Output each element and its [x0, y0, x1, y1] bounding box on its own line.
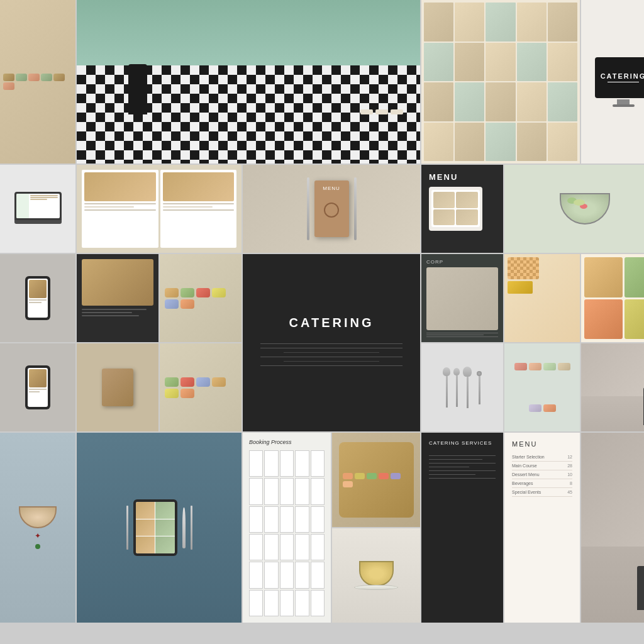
booking-title: Booking Process — [249, 439, 325, 445]
menu-item-4: Beverages 8 — [512, 479, 572, 488]
catering-monitor-cell: CATERING — [581, 0, 644, 164]
menu-dark-title: MENU — [429, 172, 458, 182]
menu-item-3: Dessert Menu 10 — [512, 470, 572, 479]
food-top-left-cell — [0, 0, 75, 164]
dark-tablet-title: CORP — [426, 259, 498, 265]
tablet-catering-cell — [77, 433, 242, 623]
street-photo-cell — [581, 343, 644, 431]
food-platter-cell — [332, 433, 420, 527]
food-spread-cell — [160, 343, 242, 431]
menu-dark-cell: MENU — [421, 165, 503, 253]
catering-services-cell: CATERING SERVICES — [421, 433, 503, 623]
menu-kraft-cell: MENU — [243, 165, 420, 253]
menu-item-2: Main Course 28 — [512, 462, 572, 470]
collage-wall-cell — [421, 0, 580, 164]
booking-grid — [249, 450, 325, 616]
monitor-base — [613, 104, 635, 107]
menu-item-5: Special Events 45 — [512, 488, 572, 497]
tablet-device — [133, 499, 177, 556]
event-hall-cell — [77, 0, 420, 164]
herb-icon — [35, 544, 40, 549]
tea-cup-cell — [332, 528, 420, 623]
fork-icon — [126, 506, 128, 550]
street-bottom-cell — [581, 433, 644, 623]
laptop-web-cell — [0, 165, 75, 253]
catering-center-title: CATERING — [289, 316, 374, 330]
menu-kraft-label: MENU — [323, 186, 340, 191]
tablet-food-left-cell — [0, 254, 75, 342]
spice-star-icon: ✦ — [35, 531, 41, 541]
bowl-icon — [19, 506, 57, 528]
tea-cup-icon — [359, 561, 394, 586]
monitor-line — [608, 82, 639, 82]
monitor-title: CATERING — [601, 72, 644, 80]
spoon-icon — [182, 508, 186, 548]
catering-center-cell: CATERING — [243, 254, 420, 431]
sashimi-cell — [504, 343, 580, 431]
kraft-box-cell — [77, 343, 158, 431]
booking-process-cell: Booking Process — [243, 433, 331, 623]
menu-card-title: MENU — [512, 440, 572, 448]
main-collage: CATERING — [0, 0, 644, 644]
tea-saucer-icon — [354, 585, 398, 590]
monitor-stand — [617, 99, 630, 104]
colorful-food-cell — [581, 254, 644, 342]
cheese-icon — [508, 281, 533, 294]
catering-services-title: CATERING SERVICES — [429, 440, 496, 446]
menu-card-cell: MENU Starter Selection 12 Main Course 28… — [504, 433, 580, 623]
cutlery-cell — [421, 343, 503, 431]
dark-postcard-cell — [77, 254, 158, 342]
waffle-icon — [508, 257, 539, 279]
soup-spice-cell: ✦ — [0, 433, 75, 623]
menu-item-1: Starter Selection 12 — [512, 453, 572, 462]
food-board-cell — [160, 254, 242, 342]
phone-food-cell — [0, 343, 75, 431]
waffle-cheese-cell — [504, 254, 580, 342]
kraft-box-icon — [102, 369, 133, 406]
menu-book-cell — [77, 165, 242, 253]
menu-items-list: Starter Selection 12 Main Course 28 Dess… — [512, 453, 572, 497]
dark-tablet-cell: CORP — [421, 254, 503, 342]
knife-icon — [191, 506, 192, 550]
salad-bowl-cell — [504, 165, 644, 253]
